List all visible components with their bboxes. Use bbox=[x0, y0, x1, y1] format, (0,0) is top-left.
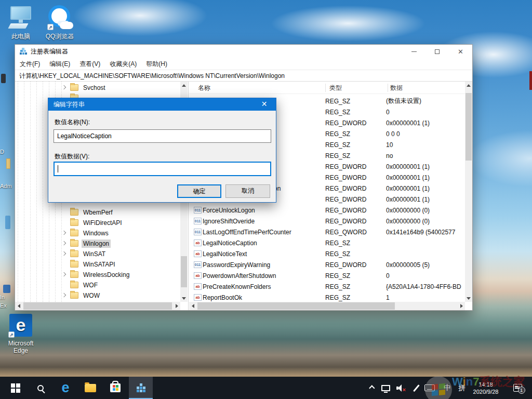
expand-arrow-icon[interactable] bbox=[62, 241, 66, 245]
tree-item-winlogon[interactable]: Winlogon bbox=[15, 238, 180, 249]
tree-item-wof[interactable]: WOF bbox=[15, 280, 180, 290]
scrollbar-thumb[interactable] bbox=[466, 93, 472, 161]
action-center-button[interactable]: 1 bbox=[507, 377, 528, 399]
desktop-icon-edge[interactable]: e ↗ Microsoft Edge bbox=[3, 313, 39, 354]
cancel-button[interactable]: 取消 bbox=[225, 184, 270, 198]
scroll-left-button[interactable] bbox=[15, 302, 22, 310]
tray-clock[interactable]: 14:18 2020/9/28 bbox=[468, 377, 504, 399]
value-type: REG_DWORD bbox=[325, 218, 386, 225]
chevron-up-icon bbox=[369, 385, 375, 391]
taskbar-edge-button[interactable]: e bbox=[54, 377, 77, 399]
value-data: 0 bbox=[386, 109, 465, 116]
shortcut-arrow-icon: ↗ bbox=[8, 331, 15, 338]
menu-item-4[interactable]: 帮助(H) bbox=[141, 58, 172, 70]
column-headers[interactable]: 名称 类型 数据 bbox=[189, 82, 465, 94]
expand-arrow-icon[interactable] bbox=[62, 272, 66, 276]
string-value-icon bbox=[194, 272, 202, 279]
address-bar[interactable]: 计算机\HKEY_LOCAL_MACHINE\SOFTWARE\Microsof… bbox=[15, 70, 472, 82]
scrollbar-thumb[interactable] bbox=[197, 302, 395, 310]
scroll-down-button[interactable] bbox=[180, 295, 188, 302]
tray-touch-keyboard-button[interactable] bbox=[422, 377, 437, 399]
dialog-close-button[interactable]: ✕ bbox=[252, 98, 276, 111]
tree-item-windows[interactable]: Windows bbox=[15, 228, 180, 238]
window-titlebar[interactable]: 注册表编辑器 ✕ bbox=[15, 45, 472, 58]
tray-network-button[interactable] bbox=[378, 377, 393, 399]
registry-value-row[interactable]: PreCreateKnownFoldersREG_SZ{A520A1A4-178… bbox=[189, 281, 465, 292]
value-name-field[interactable]: LegalNoticeCaption bbox=[54, 129, 271, 143]
cloud bbox=[468, 130, 532, 187]
desktop-icon-qq-browser[interactable]: ↗ QQ浏览器 bbox=[42, 5, 78, 41]
tree-item-wbemperf[interactable]: WbemPerf bbox=[15, 207, 180, 218]
tray-volume-button[interactable]: × bbox=[393, 377, 408, 399]
taskbar-file-explorer-button[interactable] bbox=[79, 377, 102, 399]
expand-arrow-icon[interactable] bbox=[62, 85, 66, 89]
scrollbar-thumb[interactable] bbox=[23, 302, 172, 310]
scroll-down-button[interactable] bbox=[465, 295, 472, 302]
scrollbar-thumb[interactable] bbox=[181, 256, 187, 287]
menu-item-1[interactable]: 编辑(E) bbox=[45, 58, 75, 70]
maximize-button[interactable] bbox=[425, 45, 449, 58]
qq-browser-icon: ↗ bbox=[47, 5, 72, 30]
regedit-app-icon bbox=[19, 47, 28, 56]
tree-item-wifidirectapi[interactable]: WiFiDirectAPI bbox=[15, 218, 180, 228]
menu-item-0[interactable]: 文件(F) bbox=[15, 58, 45, 70]
start-button[interactable] bbox=[4, 377, 27, 399]
column-header-name[interactable]: 名称 bbox=[198, 84, 210, 92]
tree-item-wow[interactable]: WOW bbox=[15, 290, 180, 301]
registry-value-row[interactable]: PowerdownAfterShutdownREG_SZ0 bbox=[189, 270, 465, 281]
ok-button[interactable]: 确定 bbox=[177, 184, 221, 198]
folder-icon bbox=[70, 209, 78, 216]
registry-value-row[interactable]: PasswordExpiryWarningREG_DWORD0x00000005… bbox=[189, 259, 465, 270]
edit-string-dialog: 编辑字符串 ✕ 数值名称(N): LegalNoticeCaption 数值数据… bbox=[48, 98, 276, 203]
tree-item-winsat[interactable]: WinSAT bbox=[15, 249, 180, 259]
taskbar-regedit-button[interactable] bbox=[129, 377, 153, 399]
column-header-type[interactable]: 类型 bbox=[329, 84, 342, 92]
scroll-up-button[interactable] bbox=[465, 82, 472, 89]
taskbar-store-button[interactable] bbox=[104, 377, 127, 399]
string-value-icon bbox=[194, 283, 202, 290]
value-type: REG_QWORD bbox=[325, 229, 386, 236]
scroll-right-button[interactable] bbox=[173, 302, 180, 310]
partial-icon-label: In bbox=[0, 294, 14, 300]
registry-value-row[interactable]: LegalNoticeTextREG_SZ bbox=[189, 248, 465, 259]
values-vertical-scrollbar[interactable] bbox=[465, 82, 472, 302]
value-type: REG_SZ bbox=[325, 141, 386, 149]
menu-item-3[interactable]: 收藏夹(A) bbox=[105, 58, 141, 70]
registry-value-row[interactable]: IgnoreShiftOverideREG_DWORD0x00000000 (0… bbox=[189, 216, 465, 227]
value-type: REG_SZ bbox=[325, 152, 386, 159]
search-button[interactable] bbox=[29, 377, 52, 399]
value-name: PasswordExpiryWarning bbox=[203, 261, 325, 269]
expand-arrow-icon[interactable] bbox=[62, 231, 66, 235]
regedit-icon bbox=[137, 383, 145, 392]
tree-item-winsatapi[interactable]: WinSATAPI bbox=[15, 259, 180, 270]
tray-ime-mode-button[interactable]: 拼 bbox=[455, 377, 469, 399]
minimize-button[interactable] bbox=[402, 45, 425, 58]
registry-value-row[interactable]: LastLogOffEndTimePerfCounterREG_QWORD0x1… bbox=[189, 227, 465, 237]
registry-value-row[interactable]: ReportBootOkREG_SZ1 bbox=[189, 292, 465, 303]
value-data: 1 bbox=[386, 294, 465, 301]
value-name: PowerdownAfterShutdown bbox=[203, 272, 325, 280]
tray-overflow-button[interactable] bbox=[364, 377, 377, 399]
tree-horizontal-scrollbar[interactable] bbox=[15, 302, 180, 310]
desktop-icon-this-pc[interactable]: 此电脑 bbox=[3, 5, 39, 41]
expand-arrow-icon[interactable] bbox=[62, 293, 66, 297]
tray-ime-language-button[interactable]: 中 bbox=[441, 377, 454, 399]
tree-item-wirelessdocking[interactable]: WirelessDocking bbox=[15, 270, 180, 280]
scroll-up-button[interactable] bbox=[180, 82, 188, 89]
tree-item-svchost[interactable]: Svchost bbox=[15, 83, 180, 93]
registry-value-row[interactable]: ForceUnlockLogonREG_DWORD0x00000000 (0) bbox=[189, 205, 465, 216]
scroll-left-button[interactable] bbox=[189, 302, 196, 310]
registry-value-row[interactable]: LegalNoticeCaptionREG_SZ bbox=[189, 237, 465, 248]
tray-pen-button[interactable] bbox=[409, 377, 423, 399]
value-data-field[interactable] bbox=[54, 162, 271, 176]
values-horizontal-scrollbar[interactable] bbox=[189, 302, 465, 310]
column-header-data[interactable]: 数据 bbox=[390, 84, 403, 92]
scroll-right-button[interactable] bbox=[458, 302, 465, 310]
close-button[interactable]: ✕ bbox=[449, 45, 472, 58]
menu-item-2[interactable]: 查看(V) bbox=[75, 58, 105, 70]
dialog-titlebar[interactable]: 编辑字符串 bbox=[48, 98, 276, 111]
value-name: LastLogOffEndTimePerfCounter bbox=[203, 229, 325, 236]
partial-icon-label: Adm bbox=[0, 183, 14, 189]
string-value-icon bbox=[194, 250, 202, 257]
expand-arrow-icon[interactable] bbox=[62, 251, 66, 256]
